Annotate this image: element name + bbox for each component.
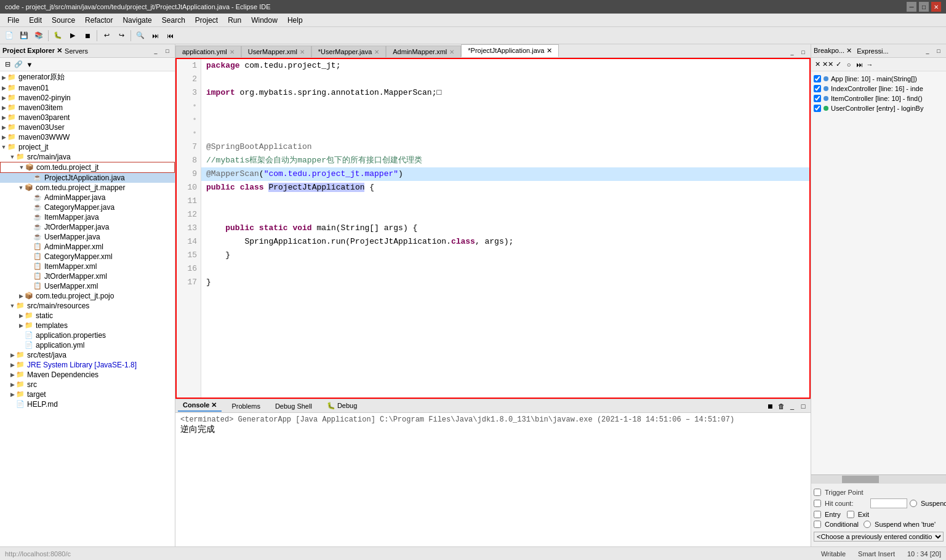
tree-item-app_properties[interactable]: 📄 application.properties <box>0 330 175 340</box>
pe-link[interactable]: 🔗 <box>14 60 23 70</box>
tab-usermapper-xml[interactable]: UserMapper.xml ✕ <box>241 46 311 57</box>
pe-maximize[interactable]: □ <box>162 46 172 56</box>
tree-item-ProjectJtApplication[interactable]: ☕ ProjectJtApplication.java <box>0 173 175 183</box>
code-content[interactable]: package com.tedu.project_jt; import org.… <box>201 59 809 398</box>
editor-minimize[interactable]: _ <box>787 47 797 57</box>
tree-item-com_tedu_pojo[interactable]: ▶ 📦 com.tedu.project_jt.pojo <box>0 291 175 301</box>
bp-minimize[interactable]: _ <box>787 401 797 411</box>
tree-arrow-maven03WWW[interactable]: ▶ <box>0 134 7 140</box>
rp-maximize[interactable]: □ <box>934 46 944 56</box>
tree-item-maven03item[interactable]: ▶ 📁 maven03item <box>0 103 175 113</box>
tree-arrow-templates[interactable]: ▶ <box>17 322 25 329</box>
exit-checkbox[interactable] <box>847 511 854 518</box>
rp-remove[interactable]: ✕ <box>812 60 822 70</box>
tb-prev[interactable]: ⏮ <box>163 29 177 42</box>
tab-application-yml[interactable]: application.yml ✕ <box>175 46 241 57</box>
pe-collapse[interactable]: ⊟ <box>2 60 12 70</box>
entry-checkbox[interactable] <box>814 511 821 518</box>
tree-item-project_jt[interactable]: ▼ 📁 project_jt <box>0 142 175 152</box>
menu-source[interactable]: Source <box>47 15 80 26</box>
pe-minimize[interactable]: _ <box>151 46 161 56</box>
pe-tab-servers[interactable]: Servers <box>65 47 88 55</box>
tree-item-src_main_resources[interactable]: ▼ 📁 src/main/resources <box>0 301 175 311</box>
suspend-when-radio[interactable] <box>864 521 871 528</box>
tree-item-com_tedu_mapper[interactable]: ▼ 📦 com.tedu.project_jt.mapper <box>0 183 175 193</box>
tree-arrow-src[interactable]: ▶ <box>9 382 16 388</box>
conditional-checkbox[interactable] <box>814 521 821 528</box>
tree-item-app_yml[interactable]: 📄 application.yml <box>0 340 175 350</box>
code-editor[interactable]: 1 2 3 • • • 7 8 9 10 11 12 13 14 15 16 1 <box>175 58 811 399</box>
tree-item-maven02[interactable]: ▶ 📁 maven02-pinyin <box>0 93 175 103</box>
menu-run[interactable]: Run <box>223 15 246 26</box>
tab-close-icon[interactable]: ✕ <box>300 49 305 55</box>
tab-usermapper-java[interactable]: *UserMapper.java ✕ <box>311 46 386 57</box>
tab-projectjt-app[interactable]: *ProjectJtApplication.java ✕ <box>461 44 558 57</box>
tree-arrow-com_tedu_project_jt[interactable]: ▼ <box>18 164 25 170</box>
tree-item-com_tedu_project_jt[interactable]: ▼ 📦 com.tedu.project_jt <box>0 162 175 173</box>
tree-arrow-generator[interactable]: ▶ <box>0 74 7 81</box>
rp-skip[interactable]: ⏭ <box>854 60 864 70</box>
bp-tab-debug-shell[interactable]: Debug Shell <box>270 401 317 411</box>
menu-file[interactable]: File <box>2 15 24 26</box>
tree-item-src[interactable]: ▶ 📁 src <box>0 380 175 390</box>
tb-save[interactable]: 💾 <box>17 29 31 42</box>
tree-arrow-src_main_resources[interactable]: ▼ <box>9 303 16 309</box>
tree-item-maven03parent[interactable]: ▶ 📁 maven03parent <box>0 113 175 122</box>
tree-item-templates[interactable]: ▶ 📁 templates <box>0 321 175 330</box>
tree-item-ItemMapper_xml[interactable]: 📋 ItemMapper.xml <box>0 262 175 271</box>
tree-item-static[interactable]: ▶ 📁 static <box>0 311 175 321</box>
tree-arrow-project_jt[interactable]: ▼ <box>0 144 7 150</box>
menu-help[interactable]: Help <box>283 15 308 26</box>
rp-disable[interactable]: ○ <box>844 60 854 70</box>
tree-item-help_md[interactable]: 📄 HELP.md <box>0 399 175 409</box>
bp-tab-problems[interactable]: Problems <box>226 401 265 411</box>
menu-navigate[interactable]: Navigate <box>118 15 156 26</box>
bp-tab-console[interactable]: Console ✕ <box>178 400 222 412</box>
trigger-point-checkbox[interactable] <box>814 489 821 496</box>
tab-close-icon[interactable]: ✕ <box>374 49 379 55</box>
condition-dropdown[interactable]: <Choose a previously entered conditio <box>814 532 944 542</box>
menu-refactor[interactable]: Refactor <box>80 15 118 26</box>
tree-item-CategoryMapper_xml[interactable]: 📋 CategoryMapper.xml <box>0 252 175 262</box>
bp-checkbox-index[interactable] <box>814 85 821 92</box>
close-button[interactable]: ✕ <box>931 2 941 12</box>
tree-item-CategoryMapper[interactable]: ☕ CategoryMapper.java <box>0 202 175 212</box>
tree-arrow-target[interactable]: ▶ <box>9 391 16 398</box>
tab-adminmapper-xml[interactable]: AdminMapper.xml ✕ <box>386 46 461 57</box>
pe-tab-explorer[interactable]: Project Explorer ✕ <box>2 47 62 55</box>
tb-new[interactable]: 📄 <box>2 29 16 42</box>
tree-item-src_test[interactable]: ▶ 📁 src/test/java <box>0 350 175 360</box>
bp-checkbox-app[interactable] <box>814 75 821 82</box>
tree-item-UserMapper[interactable]: ☕ UserMapper.java <box>0 232 175 242</box>
tb-undo[interactable]: ↩ <box>100 29 113 42</box>
tab-close-icon[interactable]: ✕ <box>449 49 454 55</box>
rp-goto[interactable]: → <box>865 60 875 70</box>
editor-maximize[interactable]: □ <box>798 47 808 57</box>
tree-arrow-maven_deps[interactable]: ▶ <box>9 372 16 378</box>
maximize-button[interactable]: □ <box>919 2 929 12</box>
tree-item-maven01[interactable]: ▶ 📁 maven01 <box>0 83 175 93</box>
hit-count-checkbox[interactable] <box>814 500 821 507</box>
tree-arrow-static[interactable]: ▶ <box>17 313 25 319</box>
tree-item-JtOrderMapper_xml[interactable]: 📋 JtOrderMapper.xml <box>0 271 175 281</box>
tb-next[interactable]: ⏭ <box>148 29 162 42</box>
bp-checkbox-item[interactable] <box>814 95 821 102</box>
menu-search[interactable]: Search <box>157 15 190 26</box>
tb-stop[interactable]: ⏹ <box>81 29 94 42</box>
minimize-button[interactable]: ─ <box>907 2 916 12</box>
tree-item-ItemMapper[interactable]: ☕ ItemMapper.java <box>0 212 175 222</box>
pe-tree[interactable]: ▶ 📁 generator原始 ▶ 📁 maven01 ▶ 📁 maven02-… <box>0 71 175 546</box>
tree-item-target[interactable]: ▶ 📁 target <box>0 390 175 399</box>
tree-arrow-src_test[interactable]: ▶ <box>9 352 16 358</box>
tree-item-maven03User[interactable]: ▶ 📁 maven03User <box>0 122 175 132</box>
menu-edit[interactable]: Edit <box>24 15 47 26</box>
bp-checkbox-user[interactable] <box>814 105 821 112</box>
tree-item-AdminMapper_xml[interactable]: 📋 AdminMapper.xml <box>0 242 175 252</box>
bp-clear[interactable]: 🗑 <box>776 401 786 411</box>
menu-project[interactable]: Project <box>190 15 223 26</box>
bp-tab-debug[interactable]: 🐛 Debug <box>322 401 362 411</box>
suspend-radio[interactable] <box>910 500 917 507</box>
tree-arrow-maven03parent[interactable]: ▶ <box>0 114 7 121</box>
tb-redo[interactable]: ↪ <box>114 29 128 42</box>
tb-debug[interactable]: 🐛 <box>51 29 65 42</box>
